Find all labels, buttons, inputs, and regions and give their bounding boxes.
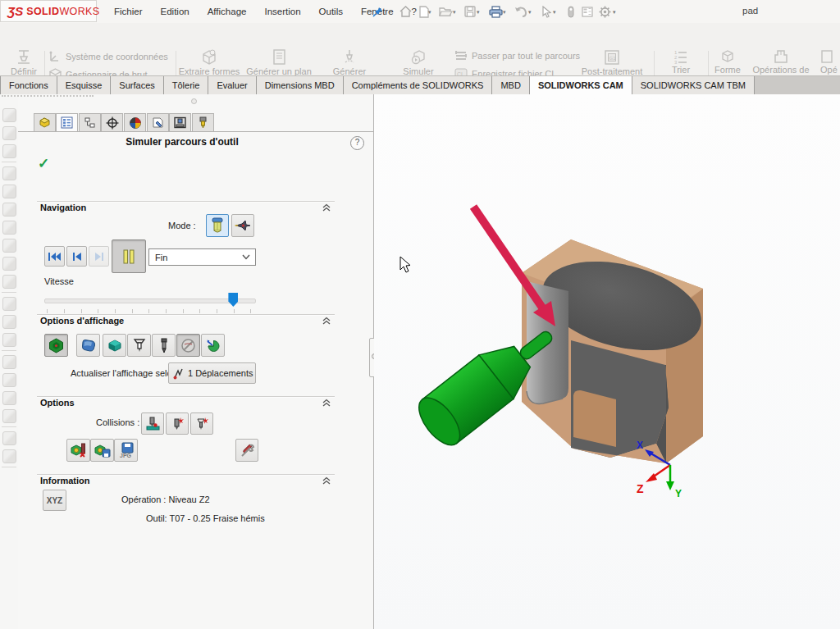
tab-tolerie[interactable]: Tôlerie (164, 76, 209, 95)
show-tool-holder-button[interactable] (127, 334, 151, 357)
tab-esquisse[interactable]: Esquisse (57, 76, 112, 95)
step-through-toolpath-button[interactable]: Passer par tout le parcours (454, 50, 580, 62)
features-toolbar-icon[interactable] (2, 297, 16, 311)
undo-icon[interactable] (513, 3, 529, 20)
open-icon[interactable] (437, 3, 454, 20)
tab-fonctions[interactable]: Fonctions (0, 76, 57, 95)
print-caret-icon[interactable]: ▾ (503, 9, 506, 16)
undo-caret-icon[interactable]: ▾ (528, 9, 532, 16)
tab-evaluer[interactable]: Evaluer (208, 76, 256, 95)
menu-insertion[interactable]: Insertion (255, 7, 309, 16)
features-toolbar-icon[interactable] (2, 221, 16, 235)
position-select[interactable]: Fin (148, 248, 256, 266)
tab-solidworks-cam[interactable]: SOLIDWORKS CAM (530, 76, 632, 95)
save-stock-button[interactable] (90, 439, 114, 462)
post-process-button[interactable]: G1 Post-traitement (574, 48, 650, 77)
panel-collapse-handle[interactable] (191, 98, 197, 104)
tab-cam-operation-tree[interactable] (169, 113, 191, 132)
ok-button[interactable]: ✓ (38, 155, 49, 172)
features-toolbar-icon[interactable] (2, 355, 16, 369)
turbo-mode-button[interactable] (231, 214, 254, 237)
features-toolbar-icon[interactable] (2, 166, 16, 180)
tab-configuration-manager[interactable] (79, 113, 101, 132)
tab-surfaces[interactable]: Surfaces (111, 76, 163, 95)
show-stock-button[interactable] (44, 334, 68, 357)
features-toolbar-icon[interactable] (2, 239, 16, 253)
pause-button[interactable] (112, 239, 146, 273)
features-toolbar-icon[interactable] (2, 333, 16, 347)
features-toolbar-icon[interactable] (2, 409, 16, 423)
show-target-part-button[interactable] (76, 334, 100, 357)
step-forward-button[interactable] (89, 246, 109, 267)
tab-cam-feature-tree[interactable] (147, 113, 169, 132)
home-icon[interactable] (397, 3, 413, 20)
update-moves-button[interactable]: 1 Déplacements (168, 362, 256, 384)
tab-cam-tools-tree[interactable] (192, 113, 214, 132)
menu-fichier[interactable]: Fichier (105, 7, 152, 16)
tab-complements-solidworks[interactable]: Compléments de SOLIDWORKS (344, 76, 493, 95)
stock-display-icon (48, 338, 64, 353)
define-machine-icon (15, 48, 33, 66)
xyz-coordinates-button[interactable]: XYZ (43, 490, 66, 511)
features-toolbar-icon[interactable] (2, 108, 16, 122)
collision-pause-button[interactable] (166, 412, 189, 435)
tab-display-manager[interactable] (124, 113, 146, 132)
save-icon[interactable] (462, 3, 478, 20)
collision-holder-button[interactable] (190, 412, 213, 435)
menu-affichage[interactable]: Affichage (199, 7, 256, 16)
collapse-display-options-icon[interactable] (322, 317, 331, 326)
save-caret-icon[interactable]: ▾ (477, 9, 480, 16)
show-tool-button[interactable] (152, 334, 176, 357)
features-toolbar-icon[interactable] (2, 203, 16, 217)
toggle-display-icon[interactable] (563, 3, 579, 20)
tab-dimxpert-manager[interactable] (101, 113, 123, 132)
save-image-button[interactable]: JPG (114, 439, 138, 462)
settings-caret-icon[interactable]: ▾ (613, 9, 616, 16)
operation-plan-icon (271, 48, 287, 66)
show-fixtures-button[interactable] (103, 334, 126, 357)
open-caret-icon[interactable]: ▾ (453, 9, 456, 16)
collapse-options-icon[interactable] (322, 399, 331, 408)
go-to-start-button[interactable] (44, 246, 65, 267)
task-pane-icon[interactable] (579, 3, 596, 20)
features-toolbar-icon[interactable] (2, 391, 16, 405)
remove-chips-button[interactable] (66, 439, 90, 462)
section-view-button[interactable] (201, 334, 225, 357)
speed-slider-track[interactable] (44, 299, 256, 303)
hide-toolpath-button[interactable] (176, 334, 200, 357)
tool-mode-button[interactable] (206, 214, 229, 237)
tab-mbd[interactable]: MBD (492, 76, 529, 95)
graphics-viewport[interactable]: X Z Y (374, 94, 840, 629)
new-document-caret-icon[interactable]: ▾ (428, 9, 431, 16)
tab-dimensions-mbd[interactable]: Dimensions MBD (257, 76, 344, 95)
simulation-settings-button[interactable] (235, 439, 258, 462)
position-select-value: Fin (155, 253, 242, 262)
features-toolbar-icon[interactable] (2, 373, 16, 387)
coordinate-system-button[interactable]: Système de coordonnées (49, 50, 168, 62)
tab-solidworks-cam-tbm[interactable]: SOLIDWORKS CAM TBM (632, 76, 755, 95)
collapse-information-icon[interactable] (322, 476, 331, 485)
settings-gear-icon[interactable] (596, 3, 613, 20)
print-icon[interactable] (487, 3, 504, 20)
help-icon[interactable]: ? (350, 136, 364, 150)
features-toolbar-icon[interactable] (2, 315, 16, 329)
menu-outils[interactable]: Outils (310, 7, 352, 16)
tab-feature-manager[interactable] (34, 113, 56, 132)
select-caret-icon[interactable]: ▾ (553, 9, 556, 16)
menu-edition[interactable]: Edition (152, 7, 199, 16)
step-back-button[interactable] (66, 246, 87, 267)
collapse-navigation-icon[interactable] (322, 203, 331, 212)
save-stock-icon (94, 442, 111, 458)
panel-drag-handle[interactable] (2, 95, 94, 99)
features-toolbar-icon[interactable] (2, 449, 16, 463)
tab-property-manager[interactable] (56, 113, 78, 132)
collision-stop-button[interactable] (141, 412, 164, 435)
features-toolbar-icon[interactable] (2, 275, 16, 289)
select-cursor-icon[interactable] (538, 3, 555, 20)
features-toolbar-icon[interactable] (2, 126, 16, 140)
features-toolbar-icon[interactable] (2, 144, 16, 158)
pin-menu-icon[interactable] (369, 3, 386, 20)
features-toolbar-icon[interactable] (2, 431, 16, 445)
features-toolbar-icon[interactable] (2, 185, 16, 198)
features-toolbar-icon[interactable] (2, 257, 16, 271)
